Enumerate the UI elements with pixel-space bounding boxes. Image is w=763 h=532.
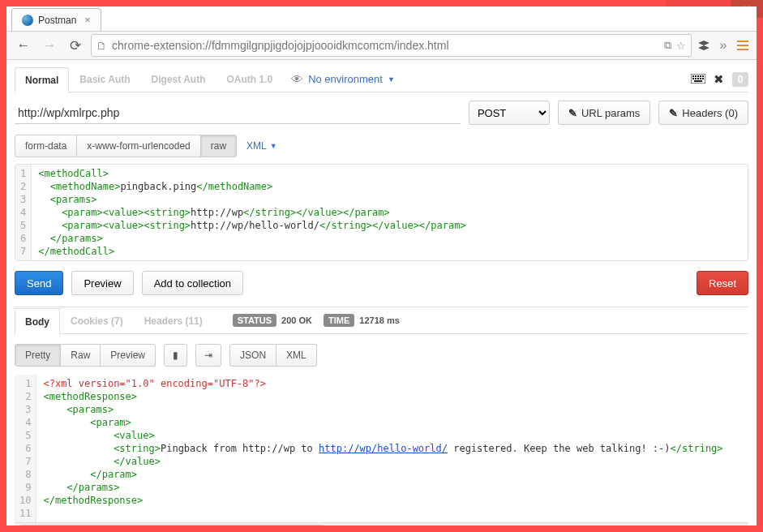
line-number: 2 [19,390,31,403]
svg-rect-9 [692,78,694,79]
svg-rect-0 [737,41,748,42]
tab-oauth[interactable]: OAuth 1.0 [216,66,283,92]
line-number: 4 [20,206,26,219]
svg-rect-5 [695,75,697,77]
body-type-urlencoded[interactable]: x-www-form-urlencoded [77,135,200,157]
svg-rect-12 [700,78,701,79]
browser-tab-title: Postman [38,15,76,26]
svg-rect-10 [695,78,697,79]
environment-selector[interactable]: 👁 No environment ▼ [291,72,395,86]
edit-icon: ✎ [669,107,678,119]
top-right-icons: ✖ 0 [691,72,748,87]
tab-digest-auth[interactable]: Digest Auth [141,66,216,92]
url-params-label: URL params [581,107,640,119]
line-number: 4 [19,416,31,429]
chevron-down-icon: ▼ [388,75,395,84]
svg-rect-2 [737,49,748,50]
headers-button[interactable]: ✎ Headers (0) [658,101,748,125]
preview-button[interactable]: Preview [71,271,133,295]
chevron-down-icon: ▼ [270,142,277,150]
status-chip: STATUS [233,314,276,327]
svg-rect-7 [700,75,701,77]
line-number: 6 [20,232,26,245]
line-number: 6 [19,442,31,455]
reset-button[interactable]: Reset [697,271,748,295]
postman-app: Normal Basic Auth Digest Auth OAuth 1.0 … [6,60,757,526]
address-bar[interactable]: 🗋 chrome-extension://fdmmgilgnpjigdojojp… [91,34,692,57]
status-value: 200 OK [281,315,312,325]
more-icon[interactable]: » [716,38,731,53]
svg-rect-1 [737,45,748,46]
time-value: 12718 ms [359,315,400,325]
view-pretty[interactable]: Pretty [15,344,61,367]
add-to-collection-button[interactable]: Add to collection [142,271,243,295]
url-params-button[interactable]: ✎ URL params [558,101,650,125]
svg-rect-4 [692,75,694,77]
response-body-viewer[interactable]: 1 2 3 4 5 6 7 8 9 10 11 <?xml version="1… [15,375,748,522]
settings-icon[interactable]: ✖ [714,72,724,87]
external-icon[interactable]: ⧉ [664,39,671,52]
body-type-raw[interactable]: raw [201,135,237,157]
format-xml[interactable]: XML [276,344,317,367]
reload-button[interactable]: ⟳ [65,35,86,56]
request-row: POST ✎ URL params ✎ Headers (0) [15,92,748,130]
line-number: 1 [20,167,26,180]
chrome-window: Postman × ← → ⟳ 🗋 chrome-extension://fdm… [6,6,757,526]
browser-toolbar: ← → ⟳ 🗋 chrome-extension://fdmmgilgnpjig… [6,31,757,60]
browser-tab-postman[interactable]: Postman × [11,8,101,31]
back-button[interactable]: ← [13,35,34,56]
tab-normal[interactable]: Normal [15,67,69,92]
tab-basic-auth[interactable]: Basic Auth [69,66,140,92]
line-number: 5 [19,429,31,442]
tab-body[interactable]: Body [15,308,60,335]
response-tabs: Body Cookies (7) Headers (11) STATUS 200… [15,307,748,334]
raw-lang-label: XML [246,140,267,152]
wrap-icon: ⇥ [204,350,212,361]
view-raw[interactable]: Raw [61,344,101,367]
line-number: 5 [20,219,26,232]
line-gutter: 1 2 3 4 5 6 7 [15,165,32,260]
layers-icon[interactable] [697,38,711,53]
code-content: <methodCall> <methodName>pingback.ping</… [32,165,472,260]
request-url-input[interactable] [15,101,461,124]
svg-rect-13 [702,78,704,79]
format-json[interactable]: JSON [229,344,276,367]
line-number: 7 [20,245,26,258]
tab-cookies[interactable]: Cookies (7) [60,307,134,334]
tab-headers[interactable]: Headers (11) [134,307,213,334]
postman-favicon [22,15,33,26]
raw-lang-select[interactable]: XML ▼ [246,140,277,152]
view-preview[interactable]: Preview [101,344,156,367]
request-body-editor[interactable]: 1 2 3 4 5 6 7 <methodCall> <methodName>p… [15,164,748,261]
keyboard-icon[interactable] [691,72,705,86]
line-number: 7 [19,455,31,468]
edit-icon: ✎ [568,107,577,119]
bookmark-icon[interactable]: ☆ [676,40,686,52]
response-link[interactable]: http://wp/hello-world/ [319,443,448,454]
tab-close-icon[interactable]: × [84,14,91,26]
method-select[interactable]: POST [469,101,550,125]
wrap-button[interactable]: ⇥ [195,344,221,367]
browser-tab-strip: Postman × [6,6,757,31]
send-button[interactable]: Send [15,271,63,295]
forward-button[interactable]: → [39,35,60,56]
response-view-controls: Pretty Raw Preview ▮ ⇥ JSON XML [15,344,748,367]
action-buttons: Send Preview Add to collection Reset [15,271,748,295]
eye-icon: 👁 [291,72,303,86]
svg-rect-6 [697,75,699,77]
headers-label: Headers (0) [682,107,738,119]
scrollbar-thumb[interactable] [18,525,326,526]
line-gutter: 1 2 3 4 5 6 7 8 9 10 11 [15,375,36,522]
copy-button[interactable]: ▮ [164,344,187,367]
environment-label: No environment [308,73,383,85]
line-number: 11 [19,507,31,520]
notification-badge[interactable]: 0 [732,72,748,87]
horizontal-scrollbar[interactable] [15,522,748,526]
svg-rect-14 [694,80,702,82]
extension-icons: » [697,38,750,53]
svg-rect-11 [697,78,699,79]
line-number: 9 [19,481,31,494]
menu-icon[interactable] [735,38,750,53]
body-type-selector: form-data x-www-form-urlencoded raw XML … [15,135,748,157]
body-type-form-data[interactable]: form-data [15,135,77,157]
